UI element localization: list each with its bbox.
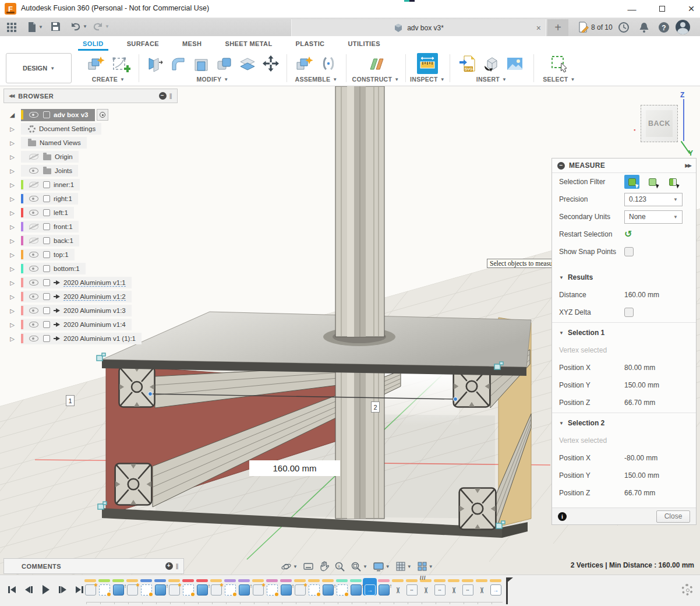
- expand-arrow[interactable]: ▷: [3, 322, 21, 328]
- timeline-feature[interactable]: [265, 578, 279, 596]
- ribbon-tab[interactable]: MESH: [181, 37, 203, 51]
- assemble-dropdown[interactable]: ASSEMBLE▼: [289, 76, 344, 83]
- timeline-feature[interactable]: [405, 578, 419, 596]
- browser-root-item[interactable]: ◢ adv box v3: [3, 108, 178, 122]
- panel-grip[interactable]: ∥: [176, 563, 179, 569]
- timeline-feature[interactable]: [321, 578, 335, 596]
- view-cube[interactable]: BACK Z Y ▪: [632, 91, 698, 156]
- select-dropdown[interactable]: SELECT▼: [536, 76, 582, 83]
- restart-selection-icon[interactable]: ↺: [624, 229, 635, 239]
- timeline-feature[interactable]: [209, 578, 223, 596]
- close-window-button[interactable]: ×: [683, 1, 700, 16]
- shell-button[interactable]: [191, 53, 211, 74]
- help-icon[interactable]: ?: [657, 21, 670, 34]
- move-copy-button[interactable]: [261, 53, 281, 74]
- modify-dropdown[interactable]: MODIFY▼: [141, 76, 284, 83]
- timeline-feature[interactable]: [293, 578, 307, 596]
- ribbon-tab[interactable]: SOLID: [82, 37, 105, 51]
- item-label[interactable]: top:1: [54, 251, 69, 258]
- timeline-feature[interactable]: [447, 578, 461, 596]
- comments-bar[interactable]: COMMENTS +∥: [3, 558, 184, 574]
- visibility-eye-icon[interactable]: [29, 238, 38, 244]
- close-button[interactable]: Close: [656, 510, 690, 523]
- zoom-icon[interactable]: ±: [334, 561, 345, 572]
- browser-tree-item[interactable]: ▷ front:1: [3, 220, 178, 234]
- canvas-button[interactable]: [505, 53, 525, 74]
- filter-component-button[interactable]: [665, 175, 680, 189]
- ribbon-tab[interactable]: PLASTIC: [295, 37, 326, 51]
- visibility-eye-icon[interactable]: [29, 154, 38, 160]
- timeline-feature[interactable]: [125, 578, 139, 596]
- visibility-eye-icon[interactable]: [29, 252, 38, 258]
- document-tab[interactable]: adv box v3* ×: [291, 19, 546, 36]
- save-icon[interactable]: [50, 21, 61, 32]
- insert-dropdown[interactable]: INSERT▼: [452, 76, 531, 83]
- timeline-feature[interactable]: [237, 578, 251, 596]
- browser-tree-item[interactable]: ▷ 2020 Aluminium v1 (1):1: [3, 332, 178, 346]
- timeline-feature[interactable]: [279, 578, 293, 596]
- item-label[interactable]: 2020 Aluminium v1:4: [63, 321, 126, 328]
- item-label[interactable]: 2020 Aluminium v1 (1):1: [63, 335, 136, 342]
- browser-tree-item[interactable]: ▷ 2020 Aluminium v1:2: [3, 290, 178, 304]
- item-label[interactable]: front:1: [54, 223, 73, 230]
- display-settings-icon[interactable]: ▼: [373, 562, 390, 572]
- visibility-eye-icon[interactable]: [29, 224, 38, 230]
- ribbon-tab[interactable]: SHEET METAL: [224, 37, 273, 51]
- expand-arrow[interactable]: ▷: [3, 126, 21, 132]
- play-button[interactable]: [40, 583, 52, 596]
- timeline-settings-gear-icon[interactable]: [681, 584, 693, 596]
- timeline-position-marker[interactable]: [504, 577, 512, 604]
- minimize-panel-icon[interactable]: −: [159, 92, 167, 100]
- look-at-icon[interactable]: [303, 562, 314, 571]
- create-sketch-button[interactable]: [110, 53, 131, 74]
- assemble-new-component-button[interactable]: [294, 53, 315, 74]
- browser-tree-item[interactable]: ▷ 2020 Aluminium v1:4: [3, 318, 178, 332]
- inspect-dropdown[interactable]: INSPECT▼: [408, 76, 447, 83]
- measure-button[interactable]: [417, 53, 438, 74]
- snap-points-checkbox[interactable]: [624, 247, 634, 256]
- view-cube-face[interactable]: BACK: [641, 105, 678, 142]
- browser-tree-item[interactable]: ▷ inner:1: [3, 178, 178, 192]
- minimize-button[interactable]: —: [623, 1, 641, 16]
- expand-arrow[interactable]: ▷: [3, 140, 21, 146]
- panel-grip[interactable]: ∥: [169, 93, 173, 99]
- grid-settings-icon[interactable]: ▼: [395, 561, 412, 572]
- timeline-feature[interactable]: [139, 578, 153, 596]
- pan-icon[interactable]: [319, 561, 329, 572]
- timeline-feature[interactable]: [223, 578, 237, 596]
- expand-arrow[interactable]: ▷: [3, 336, 21, 342]
- timeline-feature[interactable]: [181, 578, 195, 596]
- timeline-feature[interactable]: [97, 578, 111, 596]
- timeline-feature[interactable]: [111, 578, 125, 596]
- split-body-button[interactable]: [238, 53, 257, 74]
- construct-dropdown[interactable]: CONSTRUCT▼: [348, 76, 403, 83]
- item-label[interactable]: 2020 Aluminium v1:3: [63, 307, 126, 314]
- redo-icon[interactable]: ▼: [92, 21, 109, 31]
- browser-tree-item[interactable]: ▷ back:1: [3, 234, 178, 248]
- browser-panel-header[interactable]: ◀◀ BROWSER −∥: [3, 89, 178, 103]
- timeline-feature[interactable]: [153, 578, 167, 596]
- secondary-units-select[interactable]: None▼: [624, 210, 683, 224]
- expand-arrow[interactable]: ▷: [3, 266, 21, 272]
- timeline-feature[interactable]: [433, 578, 447, 596]
- item-label[interactable]: 2020 Aluminium v1:2: [63, 293, 126, 301]
- expand-arrow[interactable]: ▷: [3, 182, 21, 188]
- filter-face-button[interactable]: [645, 175, 660, 189]
- create-dropdown[interactable]: CREATE▼: [80, 76, 136, 83]
- section-collapse-icon[interactable]: ▼: [559, 275, 564, 280]
- timeline-feature[interactable]: [195, 578, 209, 596]
- expand-arrow[interactable]: ▷: [3, 210, 21, 216]
- visibility-eye-icon[interactable]: [29, 322, 38, 327]
- visibility-eye-icon[interactable]: [29, 196, 38, 202]
- item-label[interactable]: Document Settings: [39, 125, 96, 132]
- timeline-feature[interactable]: [251, 578, 265, 596]
- new-tab-button[interactable]: +: [547, 19, 568, 36]
- item-label[interactable]: inner:1: [54, 181, 74, 188]
- notifications-bell-icon[interactable]: [638, 21, 650, 34]
- undo-icon[interactable]: ▼: [70, 21, 87, 31]
- dock-panel-icon[interactable]: ▶▶: [685, 163, 691, 168]
- maximize-button[interactable]: [653, 1, 671, 16]
- timeline-feature[interactable]: [461, 578, 475, 596]
- joint-button[interactable]: [319, 53, 338, 74]
- browser-tree-item[interactable]: ▷ 2020 Aluminium v1:3: [3, 304, 178, 318]
